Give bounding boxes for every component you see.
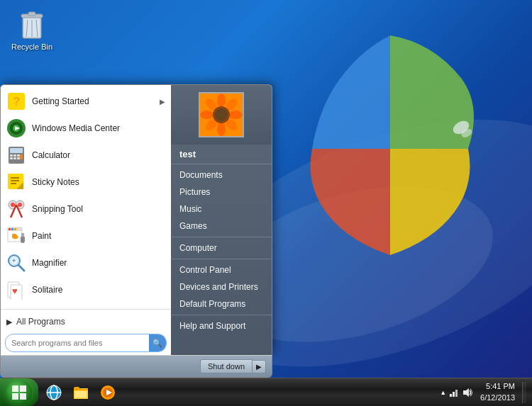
search-input[interactable]: [6, 339, 149, 347]
calculator-label: Calculator: [32, 150, 165, 160]
svg-marker-76: [463, 388, 469, 397]
start-item-magnifier[interactable]: + Magnifier: [1, 249, 171, 276]
magnifier-icon: +: [6, 253, 26, 273]
svg-text:♥: ♥: [12, 286, 18, 296]
system-clock[interactable]: 5:41 PM 6/12/2013: [476, 381, 519, 403]
right-item-devices-printers[interactable]: Devices and Printers: [171, 278, 272, 295]
start-menu-programs-list: ? Getting Started ▶: [1, 85, 171, 306]
start-item-sticky-notes[interactable]: Sticky Notes: [1, 169, 171, 196]
start-orb: [6, 380, 32, 405]
svg-rect-37: [9, 228, 11, 230]
svg-text:+: +: [12, 257, 16, 264]
svg-rect-23: [20, 154, 23, 159]
tray-arrow-icon[interactable]: ▲: [440, 389, 446, 396]
taskbar-pinned-icons: [41, 380, 434, 405]
svg-rect-75: [455, 390, 458, 397]
right-item-help-support[interactable]: Help and Support: [171, 317, 272, 334]
clock-date: 6/12/2013: [480, 393, 515, 403]
svg-point-54: [217, 122, 226, 136]
svg-point-34: [18, 203, 22, 207]
svg-point-56: [200, 111, 214, 119]
right-item-games[interactable]: Games: [171, 218, 272, 235]
start-item-solitaire[interactable]: ♥ Solitaire: [1, 276, 171, 303]
svg-rect-19: [17, 154, 20, 157]
paint-label: Paint: [32, 231, 165, 241]
all-programs-label: All Programs: [16, 317, 65, 327]
svg-rect-62: [12, 393, 18, 400]
start-item-snipping-tool[interactable]: Snipping Tool: [1, 196, 171, 222]
getting-started-arrow: ▶: [160, 98, 165, 106]
snipping-tool-icon: [6, 199, 26, 219]
svg-rect-16: [10, 148, 23, 153]
svg-point-59: [215, 108, 228, 121]
svg-rect-17: [10, 154, 13, 157]
tray-icons: ▲: [440, 387, 473, 398]
sticky-notes-label: Sticky Notes: [32, 177, 165, 187]
windows-media-center-icon: [6, 118, 26, 138]
taskbar: ▲ 5:41 PM 6/12/2013: [0, 378, 532, 406]
svg-rect-18: [13, 154, 16, 157]
solitaire-icon: ♥: [6, 280, 26, 300]
user-avatar[interactable]: [199, 92, 244, 137]
recycle-bin-label: Recycle Bin: [11, 43, 52, 51]
search-bar[interactable]: 🔍: [5, 334, 167, 352]
svg-text:?: ?: [13, 96, 20, 108]
start-menu-divider: [1, 309, 171, 310]
taskbar-explorer-icon[interactable]: [68, 380, 94, 405]
right-item-control-panel[interactable]: Control Panel: [171, 261, 272, 278]
svg-rect-73: [450, 394, 452, 397]
svg-rect-20: [10, 157, 13, 159]
right-item-documents[interactable]: Documents: [171, 167, 272, 184]
start-menu: ? Getting Started ▶: [0, 84, 272, 378]
svg-rect-60: [12, 385, 18, 392]
svg-rect-61: [20, 385, 26, 392]
clock-time: 5:41 PM: [480, 381, 515, 392]
right-item-music[interactable]: Music: [171, 201, 272, 218]
sticky-notes-icon: [6, 172, 26, 192]
start-item-calculator[interactable]: Calculator: [1, 142, 171, 169]
all-programs-item[interactable]: ▶ All Programs: [1, 312, 171, 331]
recycle-bin-icon: [18, 7, 46, 41]
taskbar-ie-icon[interactable]: [41, 380, 67, 405]
svg-rect-22: [17, 157, 20, 159]
svg-point-33: [11, 203, 15, 207]
windows-flag: [291, 21, 489, 279]
svg-rect-63: [20, 393, 26, 400]
svg-rect-40: [21, 236, 25, 243]
taskbar-media-player-icon[interactable]: [95, 380, 121, 405]
svg-rect-39: [14, 228, 16, 230]
search-button[interactable]: 🔍: [149, 334, 166, 351]
windows-media-center-label: Windows Media Center: [32, 123, 165, 133]
shutdown-arrow-button[interactable]: ▶: [253, 360, 266, 373]
recycle-bin[interactable]: Recycle Bin: [7, 7, 57, 51]
tray-network-icon[interactable]: [448, 387, 460, 398]
show-desktop-button[interactable]: [522, 382, 526, 403]
snipping-tool-label: Snipping Tool: [32, 204, 165, 214]
start-item-paint[interactable]: Paint: [1, 222, 171, 249]
start-menu-left-panel: ? Getting Started ▶: [1, 85, 171, 355]
start-item-windows-media-center[interactable]: Windows Media Center: [1, 115, 171, 142]
taskbar-tray: ▲ 5:41 PM 6/12/2013: [434, 381, 532, 403]
username-label: test: [179, 149, 196, 159]
svg-rect-69: [75, 391, 87, 397]
right-item-default-programs[interactable]: Default Programs: [171, 295, 272, 312]
tray-volume-icon[interactable]: [462, 387, 473, 398]
start-item-getting-started[interactable]: ? Getting Started ▶: [1, 88, 171, 115]
right-item-computer[interactable]: Computer: [171, 239, 272, 256]
right-item-pictures[interactable]: Pictures: [171, 184, 272, 201]
right-menu-items: test Documents Pictures Music Games Comp…: [171, 145, 272, 355]
svg-point-50: [217, 94, 226, 108]
windows-logo-icon: [11, 385, 27, 400]
magnifier-label: Magnifier: [32, 258, 165, 268]
all-programs-arrow: ▶: [6, 317, 12, 327]
start-menu-right-panel: test Documents Pictures Music Games Comp…: [171, 85, 272, 355]
start-button[interactable]: [0, 378, 38, 407]
svg-point-52: [228, 111, 243, 119]
svg-rect-5: [28, 12, 35, 16]
desktop: Recycle Bin ? Getting Started: [0, 0, 532, 406]
svg-rect-74: [453, 392, 455, 397]
svg-line-44: [18, 265, 24, 271]
shutdown-button[interactable]: Shut down: [200, 359, 253, 373]
svg-rect-21: [13, 157, 16, 159]
getting-started-icon: ?: [6, 91, 26, 111]
